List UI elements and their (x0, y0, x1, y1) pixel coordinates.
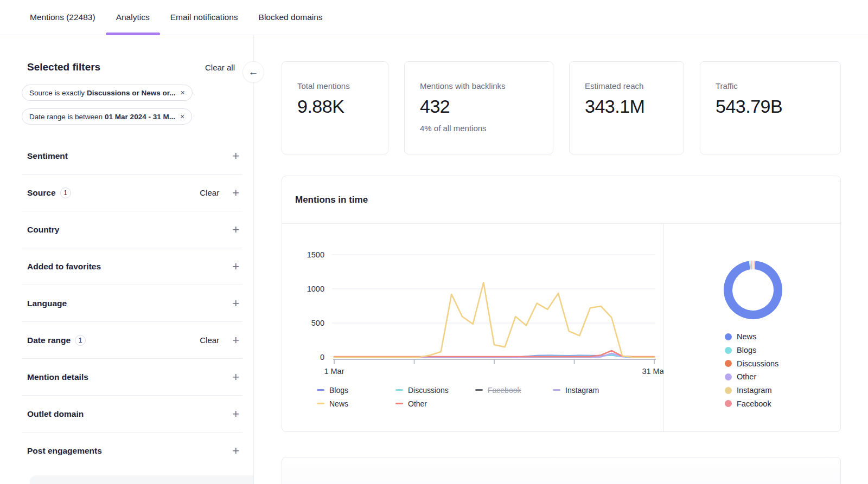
chart-title: Mentions in time (295, 195, 368, 205)
legend-label: Instagram (737, 386, 771, 395)
donut-legend-other[interactable]: Other (725, 370, 778, 384)
svg-text:1 Mar: 1 Mar (324, 367, 344, 376)
tab-mentions[interactable]: Mentions (22483) (20, 0, 106, 35)
facebook-dot-swatch (725, 400, 732, 407)
stat-label: Total mentions (297, 81, 373, 91)
add-filter-icon[interactable]: + (231, 298, 240, 309)
filter-label: Mention details (27, 372, 88, 382)
chip-prefix: Date range is between (29, 113, 103, 121)
filter-label: Country (27, 225, 59, 235)
filter-row-language[interactable]: Language + (22, 285, 242, 322)
filter-row-date-range[interactable]: Date range 1 Clear + (22, 322, 242, 359)
tab-email-notifications[interactable]: Email notifications (160, 0, 248, 35)
line-chart-legend: Blogs Discussions Facebook Instagra (317, 383, 599, 410)
filter-row-added-to-favorites[interactable]: Added to favorites + (22, 248, 242, 285)
collapse-sidebar-button[interactable]: ← (242, 61, 264, 83)
legend-label: Discussions (737, 359, 778, 368)
stat-card-mentions-with-backlinks: Mentions with backlinks 432 4% of all me… (404, 61, 553, 154)
add-filter-icon[interactable]: + (231, 445, 240, 457)
remove-chip-icon[interactable]: × (181, 88, 185, 97)
legend-item-news[interactable]: News (317, 397, 395, 410)
instagram-line-swatch (553, 389, 560, 391)
remove-chip-icon[interactable]: × (180, 112, 184, 121)
donut-legend-news[interactable]: News (725, 330, 778, 344)
instagram-dot-swatch (725, 387, 732, 394)
clear-filter-link[interactable]: Clear (200, 335, 219, 345)
filter-row-sentiment[interactable]: Sentiment + (22, 138, 242, 175)
add-filter-icon[interactable]: + (231, 150, 240, 162)
stat-value: 432 (420, 96, 538, 117)
legend-label: Other (737, 372, 756, 381)
stat-cards-row: Total mentions 9.88K Mentions with backl… (282, 61, 841, 154)
filter-label: Source (27, 188, 56, 198)
donut-legend-instagram[interactable]: Instagram (725, 384, 778, 397)
legend-item-instagram[interactable]: Instagram (553, 383, 599, 397)
page-body: ← Selected filters Clear all Source is e… (0, 35, 868, 484)
clear-all-filters-link[interactable]: Clear all (205, 63, 235, 72)
clear-filter-link[interactable]: Clear (200, 188, 219, 197)
discussions-dot-swatch (725, 360, 732, 367)
donut-legend-facebook[interactable]: Facebook (725, 397, 778, 410)
svg-text:1000: 1000 (307, 285, 324, 293)
filter-chip-date-range[interactable]: Date range is between 01 Mar 2024 - 31 M… (22, 108, 192, 125)
stat-subtext: 4% of all mentions (420, 124, 538, 133)
legend-item-other[interactable]: Other (395, 397, 475, 410)
filter-count-badge: 1 (60, 188, 71, 198)
stat-label: Estimated reach (585, 81, 668, 91)
stat-value: 9.88K (297, 96, 373, 117)
mentions-line-chart: 0500100015001 Mar31 Mar Blogs Discussion… (282, 224, 663, 432)
arrow-left-icon: ← (248, 66, 259, 78)
blogs-line-swatch (317, 389, 324, 391)
legend-label: Discussions (408, 386, 449, 395)
filter-label: Added to favorites (27, 262, 101, 272)
donut-legend-discussions[interactable]: Discussions (725, 357, 778, 370)
filter-row-post-engagements[interactable]: Post engagements + (22, 433, 242, 469)
legend-item-facebook-disabled[interactable]: Facebook (475, 383, 553, 397)
legend-label: News (737, 332, 756, 341)
filter-label: Language (27, 299, 67, 308)
legend-label: Blogs (329, 386, 348, 395)
tab-analytics[interactable]: Analytics (106, 0, 160, 35)
svg-text:500: 500 (311, 319, 324, 327)
legend-label: Other (408, 399, 427, 408)
analytics-main: Total mentions 9.88K Mentions with backl… (254, 35, 868, 484)
legend-label: Facebook (488, 386, 521, 395)
stat-label: Mentions with backlinks (420, 81, 538, 91)
filter-label: Post engagements (27, 446, 102, 456)
stat-value: 343.1M (585, 96, 668, 117)
add-filter-icon[interactable]: + (231, 371, 240, 383)
filter-chips: Source is exactly Discussions or News or… (22, 85, 242, 125)
add-filter-icon[interactable]: + (231, 334, 240, 346)
stat-card-estimated-reach: Estimated reach 343.1M (569, 61, 684, 154)
stat-label: Traffic (716, 81, 825, 91)
filter-chip-source[interactable]: Source is exactly Discussions or News or… (22, 85, 193, 101)
stat-card-total-mentions: Total mentions 9.88K (282, 61, 388, 154)
legend-item-discussions[interactable]: Discussions (395, 383, 475, 397)
other-line-swatch (395, 403, 403, 404)
tab-blocked-domains[interactable]: Blocked domains (248, 0, 333, 35)
other-dot-swatch (725, 373, 732, 380)
filter-row-source[interactable]: Source 1 Clear + (22, 175, 242, 211)
stat-value: 543.79B (716, 96, 825, 117)
filter-row-country[interactable]: Country + (22, 211, 242, 248)
legend-label: News (329, 399, 348, 408)
stat-card-traffic: Traffic 543.79B (700, 61, 841, 154)
sidebar-scroll-fade (30, 475, 253, 484)
donut-legend-blogs[interactable]: Blogs (725, 344, 778, 357)
filter-row-mention-details[interactable]: Mention details + (22, 359, 242, 396)
legend-item-blogs[interactable]: Blogs (317, 383, 395, 397)
news-line-swatch (317, 403, 324, 404)
add-filter-icon[interactable]: + (231, 261, 240, 273)
add-filter-icon[interactable]: + (231, 187, 240, 199)
mentions-in-time-card: Mentions in time 0500100015001 Mar31 Mar… (282, 176, 841, 432)
add-filter-icon[interactable]: + (231, 408, 240, 420)
donut-legend: News Blogs Discussions Other (725, 330, 778, 410)
add-filter-icon[interactable]: + (231, 224, 240, 236)
news-dot-swatch (725, 333, 732, 340)
top-tab-bar: Mentions (22483) Analytics Email notific… (0, 0, 868, 35)
next-section-card-partial (282, 457, 841, 484)
filter-row-outlet-domain[interactable]: Outlet domain + (22, 396, 242, 433)
chip-value: 01 Mar 2024 - 31 M... (105, 113, 175, 121)
blogs-dot-swatch (725, 347, 732, 354)
filters-sidebar: Selected filters Clear all Source is exa… (0, 35, 253, 484)
